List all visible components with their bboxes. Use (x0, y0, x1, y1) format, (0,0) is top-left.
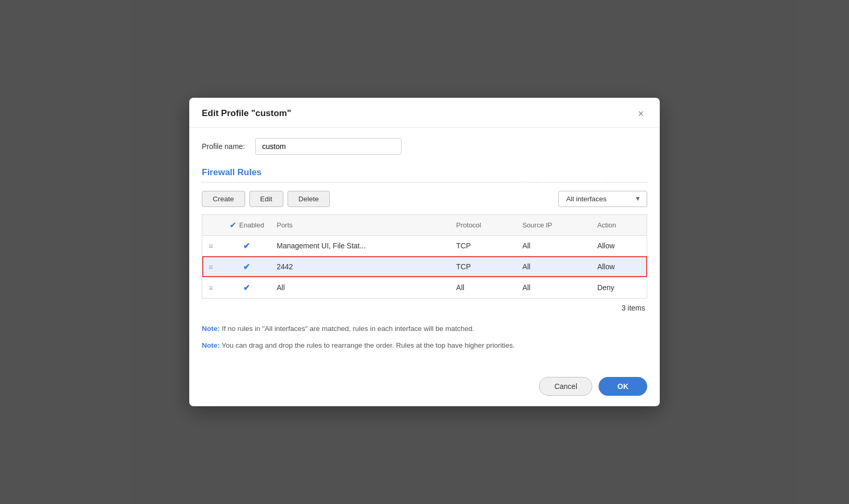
drag-handle-icon: ≡ (209, 262, 214, 271)
ports-cell: All (270, 277, 450, 298)
profile-name-row: Profile name: (202, 138, 647, 155)
note-2-label: Note: (202, 341, 220, 349)
ports-cell: 2442 (270, 256, 450, 277)
th-protocol: Protocol (450, 214, 517, 235)
note-1: Note: If no rules in "All interfaces" ar… (202, 324, 647, 334)
items-count: 3 items (202, 299, 647, 315)
section-divider (202, 182, 647, 182)
dialog-header: Edit Profile "custom" × (189, 98, 660, 128)
toolbar: Create Edit Delete All interfaces eth0 e… (202, 191, 647, 207)
action-cell: Deny (591, 277, 647, 298)
dialog-footer: Cancel OK (189, 370, 660, 406)
drag-handle-cell: ≡ (202, 277, 223, 298)
notes-section: Note: If no rules in "All interfaces" ar… (202, 324, 647, 351)
edit-button[interactable]: Edit (249, 191, 283, 207)
header-checkbox-icon: ✔ (230, 220, 236, 230)
rules-tbody: ≡ ✔ Management UI, File Stat... TCP All … (202, 235, 647, 298)
th-enabled: ✔ Enabled (223, 214, 271, 235)
profile-name-label: Profile name: (202, 142, 245, 151)
drag-handle-cell: ≡ (202, 256, 223, 277)
cancel-button[interactable]: Cancel (539, 377, 592, 396)
source-ip-cell: All (516, 235, 591, 256)
ok-button[interactable]: OK (599, 377, 647, 396)
close-button[interactable]: × (635, 107, 647, 120)
note-2: Note: You can drag and drop the rules to… (202, 340, 647, 351)
interface-select[interactable]: All interfaces eth0 eth1 lo (558, 191, 647, 207)
edit-profile-dialog: Edit Profile "custom" × Profile name: Fi… (189, 98, 660, 407)
table-row[interactable]: ≡ ✔ All All All Deny (202, 277, 647, 298)
note-1-text: If no rules in "All interfaces" are matc… (222, 325, 474, 333)
action-cell: Allow (591, 256, 647, 277)
note-2-text: You can drag and drop the rules to rearr… (222, 341, 515, 349)
source-ip-cell: All (516, 277, 591, 298)
delete-button[interactable]: Delete (288, 191, 330, 207)
checkbox-icon: ✔ (243, 242, 250, 250)
enabled-cell: ✔ (223, 256, 271, 277)
th-enabled-label: Enabled (239, 221, 265, 229)
note-1-label: Note: (202, 325, 220, 333)
checkbox-icon: ✔ (243, 283, 250, 292)
th-source-ip: Source IP (516, 214, 591, 235)
firewall-rules-table: ✔ Enabled Ports Protocol Source IP Actio… (202, 214, 647, 299)
dialog-body: Profile name: Firewall Rules Create Edit… (189, 128, 660, 370)
protocol-cell: All (450, 277, 517, 298)
table-row[interactable]: ≡ ✔ 2442 TCP All Allow (202, 256, 647, 277)
create-button[interactable]: Create (202, 191, 245, 207)
profile-name-input[interactable] (255, 138, 401, 155)
protocol-cell: TCP (450, 256, 517, 277)
action-cell: Allow (591, 235, 647, 256)
firewall-rules-section: Firewall Rules Create Edit Delete All in… (202, 167, 647, 351)
protocol-cell: TCP (450, 235, 517, 256)
th-ports: Ports (270, 214, 450, 235)
checkbox-icon: ✔ (243, 262, 250, 271)
drag-handle-cell: ≡ (202, 235, 223, 256)
dialog-overlay: Edit Profile "custom" × Profile name: Fi… (0, 0, 849, 504)
enabled-cell: ✔ (223, 277, 271, 298)
table-header-row: ✔ Enabled Ports Protocol Source IP Actio… (202, 214, 647, 235)
enabled-cell: ✔ (223, 235, 271, 256)
table-row[interactable]: ≡ ✔ Management UI, File Stat... TCP All … (202, 235, 647, 256)
drag-handle-icon: ≡ (209, 283, 214, 292)
interface-select-wrap: All interfaces eth0 eth1 lo ▼ (558, 191, 647, 207)
th-drag (202, 214, 223, 235)
drag-handle-icon: ≡ (209, 242, 214, 250)
ports-cell: Management UI, File Stat... (270, 235, 450, 256)
source-ip-cell: All (516, 256, 591, 277)
dialog-title: Edit Profile "custom" (202, 108, 291, 119)
th-action: Action (591, 214, 647, 235)
toolbar-buttons: Create Edit Delete (202, 191, 330, 207)
section-title: Firewall Rules (202, 167, 647, 178)
